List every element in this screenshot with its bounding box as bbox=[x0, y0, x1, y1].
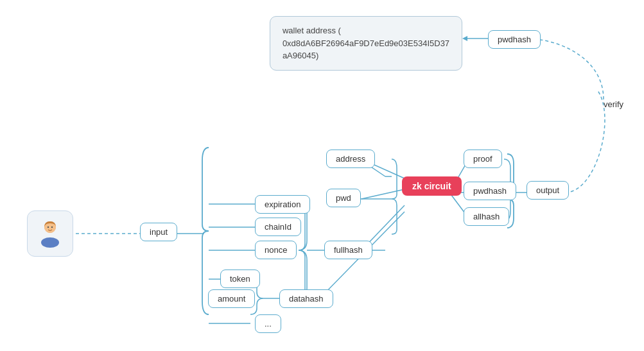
chainid-box: chainId bbox=[255, 218, 301, 236]
wallet-address-text: wallet address ( 0xd8dA6BF26964aF9D7eEd9… bbox=[283, 24, 449, 62]
pwd-node: pwd bbox=[326, 189, 361, 207]
expiration-label: expiration bbox=[265, 200, 300, 209]
person-icon bbox=[35, 218, 65, 249]
proof-box: proof bbox=[464, 150, 502, 168]
allhash-box: allhash bbox=[464, 207, 509, 226]
input-node: input bbox=[140, 223, 177, 241]
amount-node: amount bbox=[208, 289, 255, 308]
svg-point-30 bbox=[51, 227, 53, 228]
ellipsis-label: ... bbox=[265, 319, 272, 329]
svg-point-29 bbox=[48, 227, 49, 228]
nonce-node: nonce bbox=[255, 241, 297, 259]
avatar-box bbox=[27, 210, 73, 257]
input-label: input bbox=[150, 227, 168, 237]
pwd-label: pwd bbox=[336, 193, 351, 203]
pwd-box: pwd bbox=[326, 189, 361, 207]
wallet-address-node: wallet address ( 0xd8dA6BF26964aF9D7eEd9… bbox=[270, 16, 462, 71]
address-box: address bbox=[326, 150, 375, 168]
datahash-box: datahash bbox=[279, 289, 333, 308]
verify-label: verify bbox=[604, 99, 623, 109]
fullhash-label: fullhash bbox=[334, 245, 363, 255]
amount-box: amount bbox=[208, 289, 255, 308]
fullhash-box: fullhash bbox=[324, 241, 372, 259]
svg-point-27 bbox=[41, 237, 59, 248]
datahash-label: datahash bbox=[289, 294, 324, 304]
expiration-box: expiration bbox=[255, 195, 310, 214]
output-box: output bbox=[527, 181, 569, 200]
svg-marker-25 bbox=[462, 36, 467, 41]
chainid-node: chainId bbox=[255, 218, 301, 236]
ellipsis-node: ... bbox=[255, 314, 281, 333]
pwdhash-top-node: pwdhash bbox=[488, 30, 541, 49]
zk-circuit-label: zk circuit bbox=[412, 181, 451, 191]
proof-node: proof bbox=[464, 150, 502, 168]
avatar-node bbox=[27, 210, 73, 257]
amount-label: amount bbox=[218, 294, 245, 304]
allhash-node: allhash bbox=[464, 207, 509, 226]
output-label: output bbox=[536, 185, 559, 195]
svg-line-16 bbox=[361, 189, 405, 199]
pwdhash-top-label: pwdhash bbox=[498, 35, 531, 44]
nonce-label: nonce bbox=[265, 245, 287, 255]
input-box: input bbox=[140, 223, 177, 241]
output-node: output bbox=[527, 181, 569, 200]
pwdhash-right-label: pwdhash bbox=[473, 186, 507, 196]
zk-circuit-node: zk circuit bbox=[402, 176, 462, 196]
token-label: token bbox=[230, 274, 250, 284]
pwdhash-top-box: pwdhash bbox=[488, 30, 541, 49]
address-node: address bbox=[326, 150, 375, 168]
expiration-node: expiration bbox=[255, 195, 310, 214]
pwdhash-right-box: pwdhash bbox=[464, 182, 516, 200]
nonce-box: nonce bbox=[255, 241, 297, 259]
fullhash-node: fullhash bbox=[324, 241, 372, 259]
allhash-label: allhash bbox=[473, 212, 500, 221]
ellipsis-box: ... bbox=[255, 314, 281, 333]
token-node: token bbox=[220, 270, 260, 288]
proof-label: proof bbox=[473, 154, 492, 164]
datahash-node: datahash bbox=[279, 289, 333, 308]
diagram-container: wallet address ( 0xd8dA6BF26964aF9D7eEd9… bbox=[0, 0, 644, 351]
pwdhash-right-node: pwdhash bbox=[464, 182, 516, 200]
token-box: token bbox=[220, 270, 260, 288]
address-label: address bbox=[336, 154, 365, 164]
chainid-label: chainId bbox=[265, 222, 292, 232]
zk-circuit-box: zk circuit bbox=[402, 176, 462, 196]
